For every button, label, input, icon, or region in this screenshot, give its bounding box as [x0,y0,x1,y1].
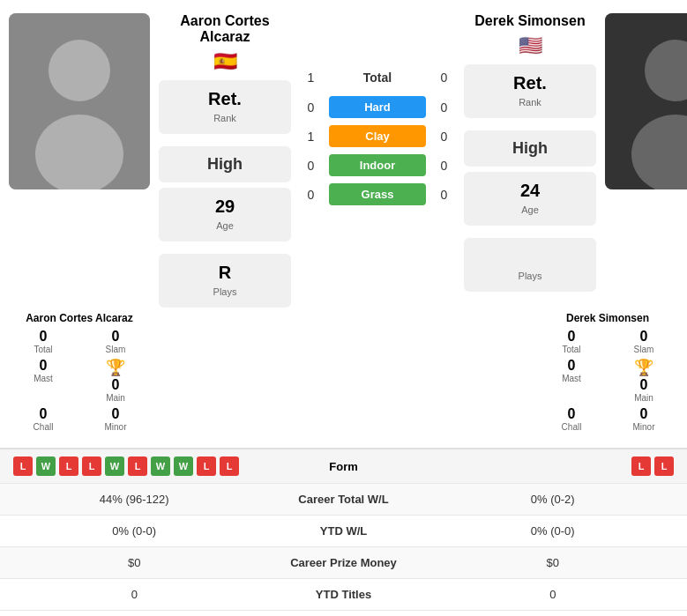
form-badge-p1[interactable]: L [197,456,216,476]
total-score-left: 1 [300,71,322,85]
player1-form: LWLLWLWWLL [13,456,256,476]
p2-slam-lbl: Slam [609,345,678,354]
form-badge-p2[interactable]: L [631,456,651,476]
indoor-score-left: 0 [300,159,322,173]
player2-high-box: High [464,130,596,167]
player1-photo [9,13,150,189]
p2-total-val: 0 [537,329,606,345]
player1-plays-label: Plays [213,286,237,297]
p1-mast-val: 0 [9,358,78,374]
p2-chall-lbl: Chall [537,422,606,432]
p2-minor-lbl: Minor [609,422,678,432]
form-badge-p2[interactable]: L [654,456,674,476]
player1-flag: 🇪🇸 [213,50,237,73]
p2-prize: $0 [432,556,675,569]
form-badge-p1[interactable]: L [82,456,101,476]
form-badge-p1[interactable]: L [13,456,33,476]
form-badge-p1[interactable]: L [220,456,239,476]
form-badge-p1[interactable]: L [128,456,147,476]
player2-plays-label: Plays [519,271,542,281]
p2-mast-cell: 0 Mast [537,358,606,403]
p1-minor-cell: 0 Minor [81,406,150,432]
clay-score-right: 0 [433,130,455,144]
p1-minor-val: 0 [81,406,150,422]
p1-minor-lbl: Minor [81,422,150,432]
p2-minor-val: 0 [609,406,678,422]
p1-total-lbl: Total [9,345,78,354]
player1-trophy-icon: 🏆 [106,358,125,377]
grass-button[interactable]: Grass [329,183,426,205]
p1-titles: 0 [13,588,256,601]
p1-career-wl: 44% (96-122) [13,493,256,506]
p2-mast-lbl: Mast [537,374,606,383]
player1-name: Aaron Cortes Alcaraz [159,13,291,45]
prize-row: $0 Career Prize Money $0 [0,547,687,579]
player2-age-label: Age [521,204,539,215]
career-total-row: 44% (96-122) Career Total W/L 0% (0-2) [0,484,687,516]
bottom-player-stats: Aaron Cortes Alcaraz 0 Total 0 Slam 0 Ma… [0,312,687,439]
p2-chall-val: 0 [537,406,606,422]
player2-photo [605,13,687,189]
player2-age: 24 [520,181,540,200]
p2-slam-cell: 0 Slam [609,329,678,354]
p1-mast-cell: 0 Mast [9,358,78,403]
total-score-right: 0 [433,71,455,85]
player2-form: LL [432,456,675,476]
player1-rank: Ret. [208,89,242,108]
total-button[interactable]: Total [329,66,426,89]
p1-main-val: 0 [112,377,120,393]
form-badge-p1[interactable]: W [151,456,170,476]
player2-plays-box: Plays [464,238,596,292]
indoor-button[interactable]: Indoor [329,154,426,176]
p1-chall-cell: 0 Chall [9,406,78,432]
form-badge-p1[interactable]: W [174,456,193,476]
ytd-label: YTD W/L [256,524,432,538]
player1-age-box: 29 Age [159,188,291,241]
hard-score-right: 0 [433,100,455,115]
surface-row-indoor: 0 Indoor 0 [300,154,455,176]
p1-total-cell: 0 Total [9,329,78,354]
form-badge-p1[interactable]: W [105,456,124,476]
p2-titles: 0 [432,588,675,601]
p1-chall-lbl: Chall [9,422,78,432]
p1-trophy-cell: 🏆 0 Main [81,358,150,403]
p2-ytd-wl: 0% (0-0) [432,524,675,538]
p2-chall-cell: 0 Chall [537,406,606,432]
p1-slam-lbl: Slam [81,345,150,354]
player2-info: Derek Simonsen 🇺🇸 Ret. Rank High 24 Age … [459,13,601,308]
player1-bottom-name: Aaron Cortes Alcaraz [9,312,150,324]
ytd-titles-row: 0 YTD Titles 0 [0,579,687,611]
p2-main-val: 0 [640,377,648,393]
player2-high: High [512,139,548,157]
p2-main-lbl: Main [634,393,653,403]
surface-buttons-area: 1 Total 0 0 Hard 0 1 Clay 0 0 Indoor 0 [300,13,455,308]
clay-button[interactable]: Clay [329,125,426,147]
p2-slam-val: 0 [609,329,678,345]
form-badge-p1[interactable]: W [36,456,56,476]
p2-mast-val: 0 [537,358,606,374]
player2-age-box: 24 Age [464,172,596,226]
player1-stats-grid: 0 Total 0 Slam 0 Mast 🏆 0 Main 0 [9,329,150,432]
player1-rank-label: Rank [213,113,236,123]
player1-rank-box: Ret. Rank [159,80,291,134]
hard-score-left: 0 [300,100,322,115]
grass-score-left: 0 [300,188,322,202]
p2-trophy-cell: 🏆 0 Main [609,358,678,403]
players-comparison: Aaron Cortes Alcaraz 🇪🇸 Ret. Rank High 2… [0,0,687,312]
p2-total-cell: 0 Total [537,329,606,354]
ytd-wl-row: 0% (0-0) YTD W/L 0% (0-0) [0,516,687,547]
p1-slam-cell: 0 Slam [81,329,150,354]
form-badge-p1[interactable]: L [59,456,78,476]
p1-main-lbl: Main [106,393,125,403]
player2-name: Derek Simonsen [474,13,585,29]
player1-high: High [207,155,243,173]
p1-slam-val: 0 [81,329,150,345]
player1-age: 29 [215,197,235,216]
bottom-stats-table: LWLLWLWWLL Form LL 44% (96-122) Career T… [0,448,687,611]
surface-row-clay: 1 Clay 0 [300,125,455,147]
hard-button[interactable]: Hard [329,96,426,118]
player1-plays: R [219,263,231,282]
career-total-label: Career Total W/L [256,493,432,506]
player1-info: Aaron Cortes Alcaraz 🇪🇸 Ret. Rank High 2… [154,13,295,308]
form-row: LWLLWLWWLL Form LL [0,449,687,484]
